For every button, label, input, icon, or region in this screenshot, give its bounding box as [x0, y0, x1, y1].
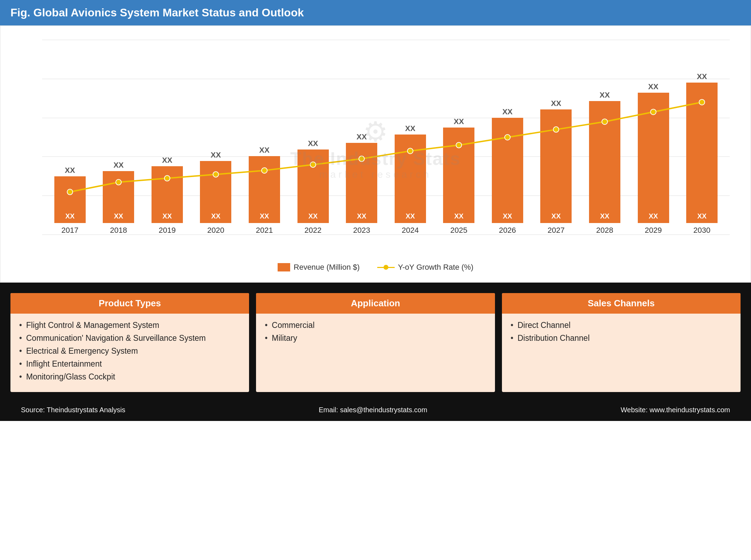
- growth-line-svg: [42, 40, 730, 235]
- chart-legend: Revenue (Million $) Y-oY Growth Rate (%): [21, 263, 730, 275]
- list-item: Flight Control & Management System: [19, 321, 240, 330]
- growth-dot: [262, 168, 267, 173]
- growth-dot: [359, 156, 364, 162]
- product-types-header: Product Types: [10, 293, 249, 314]
- application-card: Application CommercialMilitary: [256, 293, 495, 392]
- legend-revenue-box: [278, 263, 290, 271]
- application-list: CommercialMilitary: [265, 321, 486, 343]
- growth-dot: [213, 171, 218, 177]
- sales-channels-header: Sales Channels: [502, 293, 741, 314]
- growth-dot: [67, 189, 73, 195]
- legend-revenue: Revenue (Million $): [278, 263, 360, 272]
- page-header: Fig. Global Avionics System Market Statu…: [0, 0, 751, 25]
- sales-channels-list: Direct ChannelDistribution Channel: [511, 321, 732, 343]
- list-item: Direct Channel: [511, 321, 732, 330]
- list-item: Distribution Channel: [511, 333, 732, 343]
- footer: Source: Theindustrystats Analysis Email:…: [10, 399, 741, 421]
- chart-area: ⚙ The Industry Stats market research XXX…: [21, 40, 730, 256]
- growth-dot: [456, 142, 462, 148]
- product-types-list: Flight Control & Management SystemCommun…: [19, 321, 240, 382]
- list-item: Monitoring/Glass Cockpit: [19, 372, 240, 382]
- growth-dot: [505, 135, 510, 140]
- legend-growth-line: [377, 267, 395, 268]
- growth-dot: [310, 162, 316, 167]
- application-body: CommercialMilitary: [256, 314, 495, 390]
- legend-growth-dot: [384, 265, 388, 270]
- footer-source: Source: Theindustrystats Analysis: [21, 406, 125, 414]
- sales-channels-card: Sales Channels Direct ChannelDistributio…: [502, 293, 741, 392]
- growth-dot: [602, 119, 607, 124]
- growth-dot: [408, 148, 413, 154]
- list-item: Commercial: [265, 321, 486, 330]
- growth-dot: [553, 127, 559, 132]
- legend-growth: Y-oY Growth Rate (%): [377, 263, 473, 272]
- columns-row: Product Types Flight Control & Managemen…: [10, 293, 741, 392]
- growth-dot: [116, 179, 121, 185]
- list-item: Electrical & Emergency System: [19, 346, 240, 356]
- footer-website: Website: www.theindustrystats.com: [621, 406, 730, 414]
- page-title: Fig. Global Avionics System Market Statu…: [10, 6, 304, 19]
- list-item: Communication' Navigation & Surveillance…: [19, 333, 240, 343]
- growth-dot: [699, 99, 705, 105]
- list-item: Inflight Entertainment: [19, 359, 240, 369]
- legend-revenue-label: Revenue (Million $): [294, 263, 360, 272]
- list-item: Military: [265, 333, 486, 343]
- sales-channels-body: Direct ChannelDistribution Channel: [502, 314, 741, 390]
- growth-dot: [651, 109, 656, 115]
- bottom-section: Product Types Flight Control & Managemen…: [0, 283, 751, 421]
- application-header: Application: [256, 293, 495, 314]
- legend-growth-label: Y-oY Growth Rate (%): [398, 263, 473, 272]
- product-types-card: Product Types Flight Control & Managemen…: [10, 293, 249, 392]
- chart-container: ⚙ The Industry Stats market research XXX…: [0, 25, 751, 283]
- growth-dot: [164, 176, 170, 181]
- product-types-body: Flight Control & Management SystemCommun…: [10, 314, 249, 392]
- footer-email: Email: sales@theindustrystats.com: [319, 406, 427, 414]
